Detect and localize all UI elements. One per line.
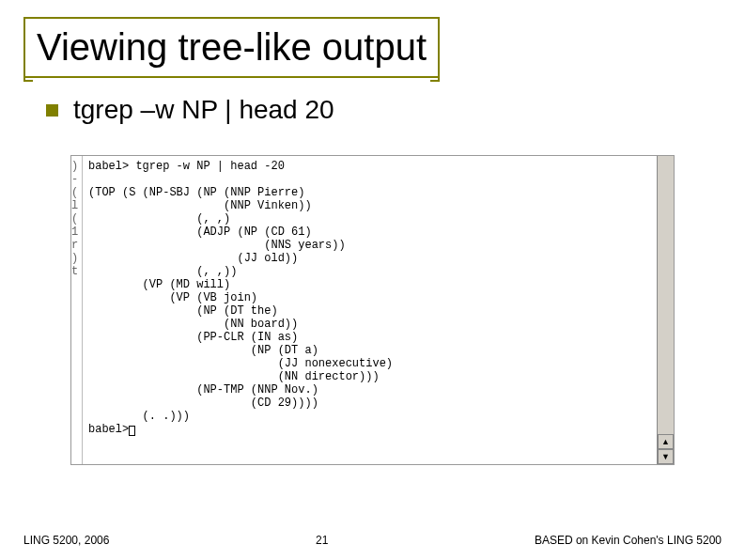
terminal-window: ) - ( l ( 1 r ) t babel> tgrep -w NP | h… (70, 155, 675, 465)
bullet-text: tgrep –w NP | head 20 (73, 95, 334, 125)
footer-left: LING 5200, 2006 (23, 534, 109, 547)
scrollbar[interactable]: ▲ ▼ (657, 156, 674, 464)
footer-right: BASED on Kevin Cohen's LING 5200 (535, 534, 722, 547)
bullet-line: tgrep –w NP | head 20 (46, 95, 722, 125)
scroll-track[interactable] (658, 156, 674, 434)
left-fragments: ) - ( l ( 1 r ) t (71, 156, 83, 464)
cursor-icon (129, 426, 135, 436)
footer-center: 21 (316, 534, 328, 547)
scroll-down-arrow[interactable]: ▼ (658, 449, 674, 464)
terminal-content: babel> tgrep -w NP | head -20 (TOP (S (N… (83, 156, 657, 464)
bullet-icon (46, 104, 58, 117)
scroll-up-arrow[interactable]: ▲ (658, 434, 674, 449)
footer: LING 5200, 2006 21 BASED on Kevin Cohen'… (23, 534, 722, 547)
slide-title-box: Viewing tree-like output (23, 17, 440, 78)
terminal-left-edge: ) - ( l ( 1 r ) t (71, 156, 83, 464)
slide-title: Viewing tree-like output (37, 26, 427, 68)
